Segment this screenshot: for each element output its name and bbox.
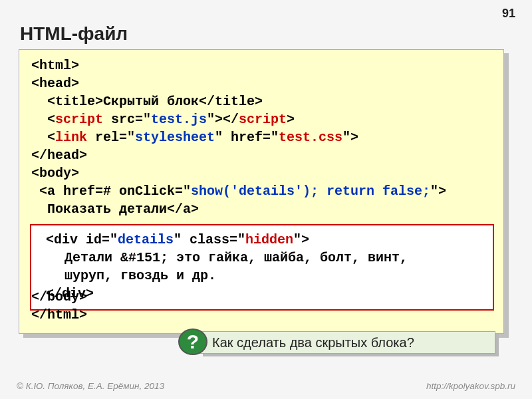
code-box: <html> <head> <title>Скрытый блок</title… bbox=[19, 49, 504, 334]
code-line: <html> bbox=[31, 57, 491, 74]
code-line: </html> bbox=[31, 306, 87, 324]
question-mark-icon: ? bbox=[178, 329, 207, 355]
slide-title: HTML-файл bbox=[20, 23, 128, 45]
highlighted-code-box: <div id="details" class="hidden"> Детали… bbox=[30, 224, 494, 311]
code-line: <title>Скрытый блок</title> bbox=[31, 92, 491, 110]
code-line: </head> bbox=[31, 146, 491, 164]
code-line: <script src="test.js"></script> bbox=[31, 110, 491, 128]
footer-copyright: © К.Ю. Поляков, Е.А. Ерёмин, 2013 bbox=[17, 381, 164, 391]
code-line: <link rel="stylesheet" href="test.css"> bbox=[31, 128, 491, 146]
code-line: <body> bbox=[31, 164, 491, 182]
code-line: шуруп, гвоздь и др. bbox=[65, 267, 483, 285]
code-line: <head> bbox=[31, 74, 491, 92]
code-line: Показать детали</a> bbox=[31, 200, 491, 218]
question-box: Как сделать два скрытых блока? bbox=[200, 331, 495, 354]
code-line: Детали &#151; это гайка, шайба, болт, ви… bbox=[65, 249, 483, 267]
question-text: Как сделать два скрытых блока? bbox=[212, 335, 414, 350]
code-line: </div> bbox=[46, 285, 483, 303]
page-number: 91 bbox=[502, 7, 515, 21]
code-line: <a href=# onClick="show('details'); retu… bbox=[31, 182, 491, 200]
code-line: </body> bbox=[31, 288, 87, 306]
footer-url: http://kpolyakov.spb.ru bbox=[426, 381, 515, 391]
code-line: <div id="details" class="hidden"> bbox=[46, 231, 483, 249]
